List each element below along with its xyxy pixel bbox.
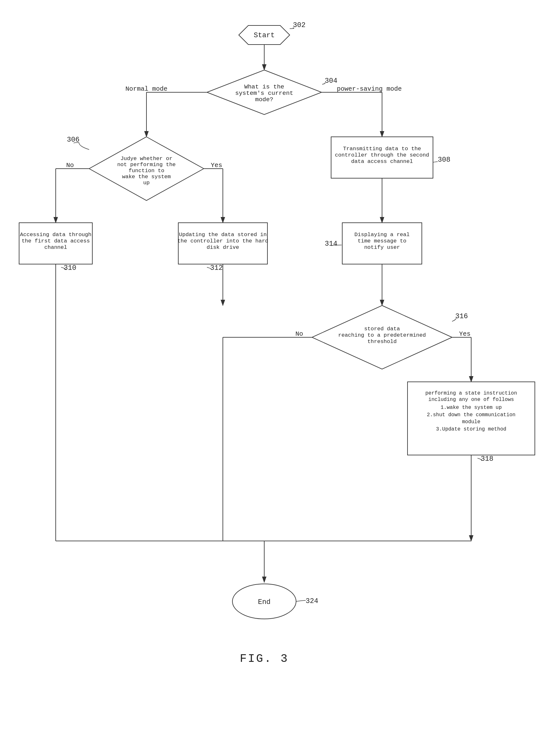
wake-label-1: Judye whether or — [120, 156, 172, 162]
access-text-2: the first data access — [22, 238, 90, 244]
update-text-1: Updating the data stored in — [179, 232, 266, 238]
mode-decision-label-3: mode? — [255, 96, 273, 103]
ref-324: 324 — [306, 597, 318, 605]
ref-310: 310 — [64, 264, 76, 272]
ref-318: 318 — [481, 455, 493, 463]
wake-label-2: not performing the — [117, 162, 176, 168]
state-text-5: module — [462, 419, 480, 425]
label-no-thresh: No — [295, 330, 303, 338]
transmit-text-3: data access channel — [351, 159, 413, 165]
update-text-2: the controller into the hard — [177, 238, 268, 244]
start-label: Start — [254, 32, 275, 39]
display-text-1: Displaying a real — [354, 232, 409, 238]
ref-314: 314 — [325, 240, 337, 248]
label-yes-wake: Yes — [211, 162, 222, 169]
update-text-3: disk drive — [207, 244, 239, 251]
thresh-label-2: reaching to a predetermined — [338, 332, 426, 338]
access-text-3: channel — [44, 244, 67, 251]
fig-label: FIG. 3 — [240, 652, 289, 665]
access-text-1: Accessing data through — [20, 232, 91, 238]
wake-label-3: function to — [129, 168, 164, 174]
label-normal-mode: Normal mode — [125, 85, 167, 93]
ref-316: 316 — [455, 313, 468, 321]
label-no-wake: No — [66, 162, 74, 169]
ref-302: 302 — [293, 21, 306, 29]
mode-decision-label-2: system's current — [235, 90, 293, 97]
ref-312: 312 — [210, 264, 223, 272]
thresh-label-1: stored data — [364, 326, 400, 332]
display-text-2: time message to — [358, 238, 406, 244]
diagram-container: Start 302 What is the system's current m… — [0, 0, 560, 736]
end-label: End — [258, 598, 271, 606]
wake-label-5: up — [143, 180, 150, 186]
transmit-text-2: controller through the second — [335, 152, 429, 158]
state-text-1: performing a state instruction — [425, 390, 517, 396]
ref-304: 304 — [325, 77, 337, 85]
state-text-2: including any one of follows — [429, 397, 514, 402]
state-text-3: 1.wake the system up — [441, 405, 502, 410]
ref-308: 308 — [438, 156, 450, 164]
thresh-label-3: threshold — [367, 339, 397, 345]
label-yes-thresh: Yes — [459, 330, 471, 338]
display-text-3: notify user — [364, 244, 400, 251]
label-powersaving-mode: power-saving mode — [337, 85, 402, 93]
wake-label-4: wake the system — [122, 174, 171, 180]
mode-decision-label-1: What is the — [244, 83, 284, 90]
state-text-6: 3.Update storing method — [436, 426, 507, 432]
transmit-text-1: Transmitting data to the — [343, 146, 421, 152]
state-text-4: 2.shut down the communication — [427, 412, 515, 418]
